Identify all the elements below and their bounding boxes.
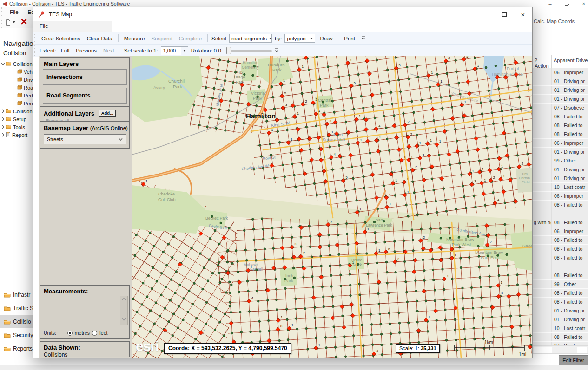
sidebar-item-peopl[interactable]: Peopl	[0, 99, 33, 107]
edit-filter-button[interactable]: Edit Filter	[559, 355, 588, 365]
sidebar-item-report[interactable]: Report	[0, 131, 33, 139]
layer-button-intersections[interactable]: Intersections	[43, 69, 127, 85]
maptb-polygon-dropdown[interactable]: polygon	[284, 34, 315, 43]
basemap-select[interactable]: Streets	[44, 134, 126, 144]
maptb-measure-button[interactable]: Measure	[121, 34, 148, 43]
radio-feet[interactable]	[92, 331, 97, 336]
chevron-collapsed-icon[interactable]	[1, 124, 6, 130]
table-row[interactable]: 01 - Driving pr	[533, 95, 588, 104]
table-row[interactable]: 08 - Failed to	[533, 201, 588, 209]
table-row[interactable]: 08 - Failed to	[533, 130, 588, 139]
rotation-slider[interactable]	[226, 46, 272, 55]
module-item-security[interactable]: Security	[0, 328, 33, 342]
maptb-road-segments-dropdown[interactable]: road segments	[229, 34, 272, 43]
table-row[interactable]: 08 - Failed to	[533, 289, 588, 298]
table-row[interactable]: 01 - Driving pr	[533, 148, 588, 156]
extent-full-button[interactable]: Full	[58, 46, 73, 55]
tes-close-button[interactable]: ×	[514, 7, 532, 21]
sidebar-item-collisions[interactable]: Collisions	[0, 60, 33, 68]
module-item-infrastr[interactable]: Infrastr	[0, 288, 33, 301]
sidebar-item-collision[interactable]: Collision	[0, 107, 33, 115]
sidebar-item-vehic[interactable]: Vehic	[0, 68, 33, 76]
column-header-action[interactable]: 2 Action	[533, 55, 552, 68]
tes-menu-file[interactable]: File	[40, 23, 48, 29]
map-canvas[interactable]: HamiltonPort ofHamilton-Pier 15DundurnPa…	[132, 56, 532, 358]
scrollbar-thumb[interactable]	[534, 347, 552, 353]
radio-metres-label[interactable]: metres	[75, 330, 90, 336]
sidebar-item-tools[interactable]: Tools	[0, 123, 33, 131]
slider-thumb[interactable]	[226, 47, 231, 54]
table-row[interactable]: 06 - Improper	[533, 227, 588, 236]
table-row[interactable]: 08 - Failed to	[533, 245, 588, 253]
measurements-scrollbar[interactable]	[120, 296, 128, 325]
module-item-traffic-s[interactable]: Traffic S	[0, 301, 33, 315]
app-minimize-button[interactable]: –	[548, 1, 551, 6]
table-row[interactable]: 01 - Driving pr	[533, 306, 588, 315]
svg-text:Tim: Tim	[522, 172, 528, 176]
chevron-collapsed-icon[interactable]	[1, 109, 6, 114]
scrollbar-button[interactable]	[577, 347, 587, 353]
table-row[interactable]: 01 - Driving pr	[533, 174, 588, 183]
maptb-draw-button[interactable]: Draw	[317, 34, 336, 43]
table-row[interactable]: 01 - Driving pr	[533, 165, 588, 174]
table-row[interactable]: 08 - Failed to	[533, 253, 588, 262]
table-row[interactable]: 10 - Lost contr	[533, 183, 588, 192]
maptb-clear-selections-button[interactable]: Clear Selections	[38, 34, 84, 43]
scroll-down-icon[interactable]	[122, 318, 126, 321]
chevron-down-icon[interactable]	[181, 46, 188, 55]
layer-button-road-segments[interactable]: Road Segments	[43, 88, 127, 104]
table-row[interactable]: 08 - Failed to	[533, 121, 588, 130]
table-row[interactable]	[533, 209, 588, 218]
sidebar-item-setup[interactable]: Setup	[0, 115, 33, 123]
table-horizontal-scrollbar[interactable]	[533, 345, 588, 354]
sidebar-item-drive[interactable]: Drive	[0, 76, 33, 84]
chevron-collapsed-icon[interactable]	[1, 117, 6, 122]
toolbar-overflow-icon[interactable]	[275, 48, 279, 54]
module-item-collisio[interactable]: Collisio	[0, 315, 33, 328]
calc-map-coords-button[interactable]: Calc. Map Coords	[534, 19, 575, 24]
table-row[interactable]: 08 - Failed to	[533, 271, 588, 280]
tes-minimize-button[interactable]: –	[476, 7, 495, 21]
table-row[interactable]: 01 - Driving pr	[533, 315, 588, 324]
menu-file[interactable]: File	[5, 9, 23, 15]
delete-icon[interactable]	[20, 18, 27, 27]
table-row[interactable]: 99 - Other	[533, 156, 588, 165]
table-row[interactable]	[533, 262, 588, 271]
radio-metres[interactable]	[67, 331, 73, 336]
sidebar-item-road[interactable]: Road	[0, 84, 33, 91]
toolbar-overflow-icon[interactable]	[361, 35, 365, 41]
app-restore-button[interactable]	[565, 1, 569, 6]
radio-feet-label[interactable]: feet	[99, 330, 108, 336]
chevron-expanded-icon[interactable]	[1, 61, 6, 67]
new-document-caret-icon[interactable]	[13, 21, 15, 23]
table-row[interactable]: 08 - Failed to	[533, 298, 588, 306]
chevron-collapsed-icon[interactable]	[1, 132, 6, 138]
table-row[interactable]: 06 - Improper	[533, 192, 588, 201]
table-row[interactable]: 01 - Driving pr	[533, 86, 588, 95]
maptb-clear-data-button[interactable]: Clear Data	[84, 34, 116, 43]
table-row[interactable]: 06 - Improper	[533, 68, 588, 77]
add-layer-button[interactable]: Add...	[99, 110, 116, 117]
column-header-apparent-driver[interactable]: Apparent Drive	[552, 55, 588, 68]
tes-maximize-button[interactable]	[495, 7, 514, 21]
table-row[interactable]: 99 - Other	[533, 280, 588, 289]
scroll-up-icon[interactable]	[122, 298, 126, 300]
table-row[interactable]: 08 - Failed to	[533, 236, 588, 245]
app-close-button[interactable]: ×	[582, 1, 585, 6]
slider-track[interactable]	[226, 50, 272, 52]
sidebar-item-pede[interactable]: Pede	[0, 91, 33, 99]
table-row[interactable]: g with rig...08 - Failed to	[533, 218, 588, 227]
maptb-print-button[interactable]: Print	[341, 34, 358, 43]
table-row[interactable]: 07 - Disobeye	[533, 104, 588, 112]
extent-previous-button[interactable]: Previous	[73, 46, 100, 55]
extent-scale-combo[interactable]: 1,000	[161, 46, 188, 55]
table-row[interactable]: 10 - Lost contr	[533, 324, 588, 333]
table-row[interactable]: 01 - Driving pr	[533, 77, 588, 86]
module-item-reports[interactable]: Reports	[0, 342, 33, 355]
tes-map-title-bar[interactable]: TES Map – ×	[33, 7, 532, 21]
new-document-icon[interactable]	[5, 19, 15, 26]
scale-input[interactable]: 1,000	[161, 46, 181, 55]
table-row[interactable]: 08 - Failed to	[533, 112, 588, 121]
table-row[interactable]: 08 - Failed to	[533, 333, 588, 342]
table-row[interactable]: 06 - Improper	[533, 139, 588, 148]
